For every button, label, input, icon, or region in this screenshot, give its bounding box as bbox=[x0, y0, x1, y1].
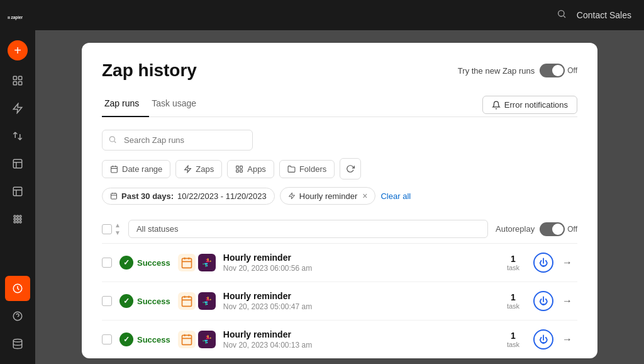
sidebar-icon-storage[interactable] bbox=[5, 331, 30, 356]
zap-filter-remove[interactable]: × bbox=[362, 191, 367, 201]
power-button-2[interactable]: ⏻ bbox=[533, 329, 553, 350]
try-new-zap-section: Try the new Zap runs Off bbox=[458, 64, 577, 77]
sidebar-icon-table[interactable] bbox=[5, 151, 30, 176]
svg-point-10 bbox=[14, 215, 16, 217]
try-new-zap-toggle[interactable]: Off bbox=[540, 64, 577, 77]
action-btns-2: ⏻ → bbox=[533, 329, 577, 350]
table-row: ✓ Success bbox=[102, 321, 577, 358]
autoreplay-toggle-switch[interactable] bbox=[540, 222, 565, 236]
card-header: Zap history Try the new Zap runs Off bbox=[102, 60, 577, 81]
power-button-1[interactable]: ⏻ bbox=[533, 291, 553, 311]
task-num-1: 1 bbox=[501, 292, 526, 302]
svg-rect-4 bbox=[19, 76, 22, 79]
folders-filter[interactable]: Folders bbox=[279, 160, 335, 178]
clear-all-button[interactable]: Clear all bbox=[380, 191, 411, 201]
page-title: Zap history bbox=[102, 60, 197, 81]
select-all-checkbox[interactable] bbox=[102, 224, 112, 234]
row-checkbox-1[interactable] bbox=[102, 296, 112, 306]
sidebar-bottom bbox=[5, 276, 30, 356]
contact-sales-button[interactable]: Contact Sales bbox=[577, 10, 631, 20]
zap-info-1: Hourly reminder Nov 20, 2023 05:00:47 am bbox=[223, 291, 493, 311]
zaps-filter[interactable]: Zaps bbox=[175, 160, 222, 178]
task-count-0: 1 task bbox=[501, 254, 526, 271]
slack-app-icon-2 bbox=[198, 331, 216, 348]
svg-rect-25 bbox=[111, 166, 118, 173]
status-text-0: Success bbox=[137, 258, 170, 268]
success-icon-2: ✓ bbox=[119, 333, 133, 346]
svg-text:zapier: zapier bbox=[11, 15, 23, 20]
svg-rect-32 bbox=[236, 169, 239, 172]
date-range-tag: Past 30 days: 10/22/2023 - 11/20/2023 bbox=[102, 188, 275, 205]
zaps-label: Zaps bbox=[196, 164, 214, 174]
date-range-label: Date range bbox=[122, 164, 162, 174]
task-label-2: task bbox=[501, 341, 526, 348]
svg-marker-7 bbox=[13, 104, 22, 113]
action-btns-1: ⏻ → bbox=[533, 291, 577, 311]
svg-point-14 bbox=[17, 219, 19, 220]
arrow-button-0[interactable]: → bbox=[557, 253, 577, 273]
arrow-button-1[interactable]: → bbox=[557, 291, 577, 311]
filter-row: Date range Zaps Apps Folders bbox=[102, 158, 577, 179]
calendar-app-icon-0 bbox=[178, 254, 196, 271]
task-label-0: task bbox=[501, 264, 526, 271]
action-btns-0: ⏻ → bbox=[533, 253, 577, 273]
status-badge-0: ✓ Success bbox=[119, 256, 170, 270]
svg-point-16 bbox=[14, 221, 16, 223]
main-area: Contact Sales Zap history Try the new Za… bbox=[35, 0, 644, 364]
autoreplay-label: Autoreplay bbox=[496, 224, 535, 234]
zap-name-2: Hourly reminder bbox=[223, 329, 493, 339]
toggle-knob bbox=[552, 65, 564, 76]
svg-rect-3 bbox=[13, 76, 16, 79]
app-icons-0 bbox=[178, 254, 216, 271]
tab-list: Zap runs Task usage bbox=[102, 93, 206, 117]
zap-time-2: Nov 20, 2023 04:00:13 am bbox=[223, 341, 493, 350]
add-zap-button[interactable]: + bbox=[8, 40, 28, 60]
toggle-switch[interactable] bbox=[540, 64, 565, 77]
error-notifications-button[interactable]: Error notifications bbox=[482, 96, 577, 114]
sidebar-icon-apps[interactable] bbox=[5, 207, 30, 232]
try-new-zap-label: Try the new Zap runs bbox=[458, 66, 535, 76]
zap-filter-tag[interactable]: Hourly reminder × bbox=[280, 187, 376, 205]
svg-point-12 bbox=[19, 215, 21, 217]
table-row: ✓ Success bbox=[102, 244, 577, 282]
arrow-button-2[interactable]: → bbox=[557, 329, 577, 350]
sidebar-icon-home[interactable] bbox=[5, 68, 30, 93]
svg-rect-39 bbox=[182, 258, 191, 268]
refresh-button[interactable] bbox=[340, 158, 361, 179]
calendar-app-icon-1 bbox=[178, 292, 196, 310]
zap-info-2: Hourly reminder Nov 20, 2023 04:00:13 am bbox=[223, 329, 493, 350]
tabs-section: Zap runs Task usage Error notifications bbox=[102, 93, 577, 117]
apps-label: Apps bbox=[247, 164, 266, 174]
search-row bbox=[102, 130, 577, 151]
sidebar-icon-zaps[interactable] bbox=[5, 96, 30, 121]
svg-marker-38 bbox=[289, 193, 294, 199]
topbar-search-icon[interactable] bbox=[557, 9, 567, 21]
tab-task-usage[interactable]: Task usage bbox=[149, 93, 206, 117]
svg-rect-8 bbox=[13, 159, 22, 168]
sidebar-icon-history[interactable] bbox=[5, 276, 30, 301]
status-select[interactable]: All statuses Success Error Skipped Stopp… bbox=[128, 220, 488, 238]
zap-time-1: Nov 20, 2023 05:00:47 am bbox=[223, 302, 493, 311]
task-label-1: task bbox=[501, 302, 526, 310]
apps-filter[interactable]: Apps bbox=[227, 160, 274, 178]
table-row: ✓ Success bbox=[102, 282, 577, 321]
select-all-wrap: ▲ ▼ bbox=[102, 222, 121, 236]
autoreplay-toggle[interactable]: Off bbox=[540, 222, 577, 236]
sidebar-icon-templates[interactable] bbox=[5, 179, 30, 204]
zap-name-1: Hourly reminder bbox=[223, 291, 493, 301]
sort-buttons[interactable]: ▲ ▼ bbox=[114, 222, 121, 236]
tab-zap-runs[interactable]: Zap runs bbox=[102, 93, 149, 117]
topbar: Contact Sales bbox=[35, 0, 644, 30]
calendar-app-icon-2 bbox=[178, 331, 196, 348]
sidebar-icon-transfer[interactable] bbox=[5, 123, 30, 149]
autoreplay-toggle-knob bbox=[552, 224, 564, 235]
power-button-0[interactable]: ⏻ bbox=[533, 253, 553, 273]
search-input[interactable] bbox=[102, 130, 253, 151]
svg-rect-47 bbox=[182, 335, 191, 344]
active-filters: Past 30 days: 10/22/2023 - 11/20/2023 Ho… bbox=[102, 187, 577, 205]
row-checkbox-2[interactable] bbox=[102, 334, 112, 344]
date-range-filter[interactable]: Date range bbox=[102, 160, 170, 178]
sidebar-icon-help[interactable] bbox=[5, 304, 30, 329]
row-checkbox-0[interactable] bbox=[102, 258, 112, 268]
search-icon bbox=[108, 135, 117, 145]
